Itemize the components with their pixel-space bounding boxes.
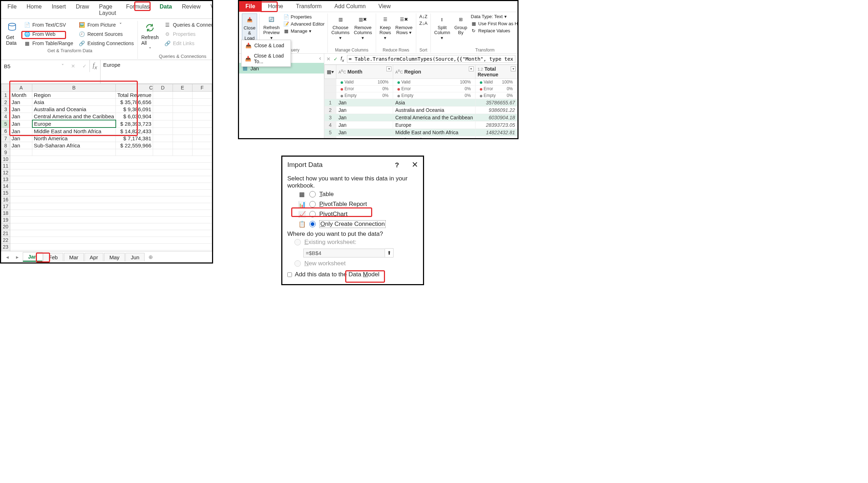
formula-input[interactable]: Europe [100, 60, 212, 83]
col-header-a[interactable]: A [10, 84, 32, 92]
col-header-f[interactable]: F [192, 84, 212, 92]
radio-table[interactable] [309, 191, 316, 197]
row-header[interactable]: 1 [1, 92, 10, 99]
sheet-tab-feb[interactable]: Feb [43, 253, 63, 261]
add-sheet-button[interactable]: ⊕ [145, 253, 157, 261]
cell[interactable] [173, 92, 192, 99]
sheet-tab-mar[interactable]: Mar [64, 253, 84, 261]
radio-table-label[interactable]: Table [319, 191, 334, 198]
pq-properties-button[interactable]: 📄Properties [283, 13, 325, 20]
from-table-range-button[interactable]: ▦From Table/Range [22, 39, 75, 47]
existing-connections-button[interactable]: 🔗Existing Connections [77, 39, 135, 47]
manage-button[interactable]: ▦Manage ▾ [283, 28, 325, 34]
keep-rows-button[interactable]: ☰KeepRows ▾ [378, 13, 393, 41]
close-icon[interactable]: ✕ [412, 160, 418, 169]
col-header-e[interactable]: E [173, 84, 192, 92]
replace-values-button[interactable]: ↻Replace Values [470, 27, 519, 34]
tab-formulas[interactable]: Formulas [121, 2, 155, 18]
enter-icon[interactable]: ✓ [333, 56, 338, 62]
radio-pivotchart-label[interactable]: PivotChart [319, 211, 347, 218]
pq-tab-home[interactable]: Home [262, 1, 290, 12]
col-total-revenue[interactable]: 1.2 Total Revenue▾ [475, 65, 517, 79]
properties-icon: ⚙ [164, 31, 171, 37]
chevron-down-icon[interactable]: ▾ [386, 66, 391, 71]
sort-asc-button[interactable]: A↓Z [418, 13, 428, 20]
checkbox-data-model-label[interactable]: Add this data to the Data Model [295, 271, 379, 278]
col-region[interactable]: ABC Region▾ [393, 65, 476, 79]
row-index-header[interactable]: ▦▾ [325, 65, 336, 79]
tab-review[interactable]: Review [177, 2, 205, 18]
recent-sources-button[interactable]: 🕘Recent Sources [77, 30, 135, 38]
cell[interactable]: Region [32, 92, 116, 99]
pq-tab-file[interactable]: File [239, 1, 262, 12]
split-column-button[interactable]: ⫿SplitColumn ▾ [433, 13, 452, 41]
close-load-dropdown: 📥Close & Load 📥Close & Load To... [241, 40, 291, 67]
properties-button: ⚙Properties [163, 30, 213, 38]
tab-view[interactable]: View [206, 2, 213, 18]
from-text-csv-button[interactable]: 📄From Text/CSV [22, 21, 75, 29]
chevron-down-icon[interactable]: ˅ [61, 63, 64, 69]
chevron-down-icon[interactable]: ▾ [469, 66, 474, 71]
tab-home[interactable]: Home [22, 2, 47, 18]
from-web-button[interactable]: 🌐From Web [22, 30, 75, 38]
pq-tab-add-column[interactable]: Add Column [328, 1, 372, 12]
cell[interactable]: Total Revenue [116, 92, 153, 99]
col-header-b[interactable]: B [32, 84, 116, 92]
fx-icon[interactable]: fx [90, 60, 100, 72]
data-type-button[interactable]: Data Type: Text ▾ [470, 13, 519, 20]
name-box[interactable]: B5 ˅ ✕ ✓ [1, 60, 90, 72]
group-by-button[interactable]: ⊞GroupBy [453, 13, 468, 36]
select-all-corner[interactable] [1, 84, 10, 92]
sheet-tab-apr[interactable]: Apr [85, 253, 103, 261]
advanced-editor-button[interactable]: 📝Advanced Editor [283, 21, 325, 27]
col-header-d[interactable]: D [153, 84, 173, 92]
cell[interactable] [192, 92, 212, 99]
pq-tab-transform[interactable]: Transform [289, 1, 328, 12]
sheet-tab-jun[interactable]: Jun [125, 253, 145, 261]
first-row-headers-button[interactable]: ▦Use First Row as Headers ▾ [470, 20, 519, 27]
from-picture-button[interactable]: 🖼️From Picture ˅ [77, 21, 135, 29]
remove-columns-button[interactable]: ▥✖RemoveColumns ▾ [352, 13, 373, 41]
close-load-menu-item[interactable]: 📥Close & Load [242, 40, 291, 51]
radio-pivot[interactable] [309, 201, 316, 207]
help-icon[interactable]: ? [395, 161, 399, 169]
radio-pivot-label[interactable]: PivotTable Report [319, 201, 367, 208]
active-cell[interactable]: Europe [32, 120, 116, 127]
remove-rows-button[interactable]: ☰✖RemoveRows ▾ [394, 13, 414, 36]
queries-connections-button[interactable]: ☰Queries & Connections [163, 21, 213, 29]
tab-draw[interactable]: Draw [71, 2, 94, 18]
tab-data[interactable]: Data [155, 2, 177, 18]
pq-tab-view[interactable]: View [372, 1, 397, 12]
cancel-icon[interactable]: ✕ [71, 63, 75, 69]
refresh-icon [144, 22, 156, 34]
dialog-title: Import Data [287, 161, 322, 169]
sheet-nav-prev[interactable]: ◂ [2, 253, 12, 261]
close-load-to-menu-item[interactable]: 📥Close & Load To... [242, 51, 291, 66]
refresh-preview-button[interactable]: 🔄RefreshPreview ▾ [262, 13, 281, 41]
table-icon: ▦ [24, 40, 30, 47]
tab-insert[interactable]: Insert [47, 2, 71, 18]
tab-page-layout[interactable]: Page Layout [94, 2, 121, 18]
chevron-down-icon[interactable]: ▾ [511, 66, 516, 71]
sort-desc-button[interactable]: Z↓A [418, 20, 428, 26]
pq-formula-input[interactable] [347, 55, 515, 63]
radio-only-connection[interactable] [309, 221, 316, 227]
cell[interactable] [153, 92, 173, 99]
sheet-nav-next[interactable]: ▸ [12, 253, 22, 261]
col-month[interactable]: ABC Month▾ [336, 65, 393, 79]
get-data-button[interactable]: Get Data [5, 21, 20, 47]
sheet-tab-jan[interactable]: Jan [23, 252, 43, 262]
radio-only-connection-label[interactable]: Only Create Connection [319, 220, 386, 228]
sheet-tab-may[interactable]: May [104, 253, 125, 261]
refresh-all-button[interactable]: Refresh All ˅ [140, 21, 160, 53]
sort-asc-icon: A↓Z [419, 14, 427, 19]
tab-file[interactable]: File [2, 2, 22, 18]
radio-pivotchart[interactable] [309, 211, 316, 217]
enter-icon[interactable]: ✓ [82, 63, 87, 69]
cell[interactable]: Month [10, 92, 32, 99]
cancel-icon[interactable]: ✕ [326, 56, 331, 62]
choose-columns-button[interactable]: ▥ChooseColumns ▾ [330, 13, 351, 41]
col-header-c[interactable]: C [116, 84, 153, 92]
fx-icon[interactable]: fx [341, 56, 344, 63]
checkbox-data-model[interactable] [287, 272, 292, 277]
